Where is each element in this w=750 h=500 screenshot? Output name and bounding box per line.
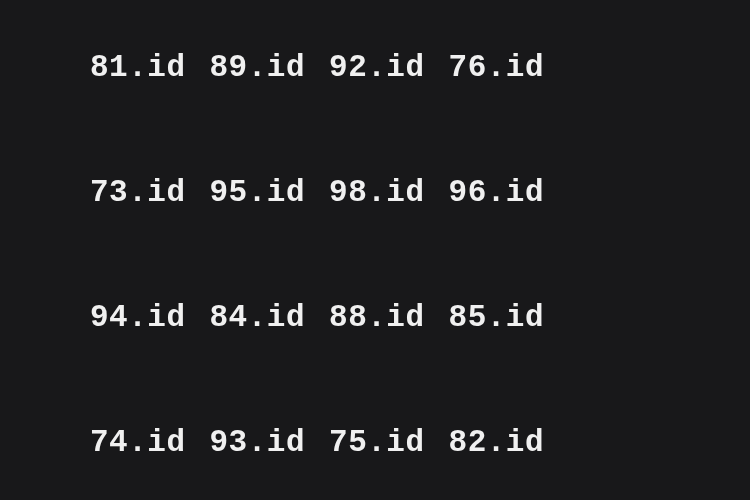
data-item: 76.id [449,50,545,85]
data-item: 95.id [210,175,306,210]
data-item: 94.id [90,300,186,335]
data-item: 74.id [90,425,186,460]
data-row: 73.id 95.id 98.id 96.id [90,175,660,210]
data-item: 85.id [449,300,545,335]
data-item: 82.id [449,425,545,460]
data-item: 81.id [90,50,186,85]
data-row: 74.id 93.id 75.id 82.id [90,425,660,460]
data-item: 98.id [329,175,425,210]
data-item: 93.id [210,425,306,460]
data-item: 96.id [449,175,545,210]
data-row: 81.id 89.id 92.id 76.id [90,50,660,85]
data-item: 89.id [210,50,306,85]
data-row: 94.id 84.id 88.id 85.id [90,300,660,335]
data-item: 88.id [329,300,425,335]
data-item: 75.id [329,425,425,460]
data-item: 92.id [329,50,425,85]
data-item: 73.id [90,175,186,210]
data-item: 84.id [210,300,306,335]
